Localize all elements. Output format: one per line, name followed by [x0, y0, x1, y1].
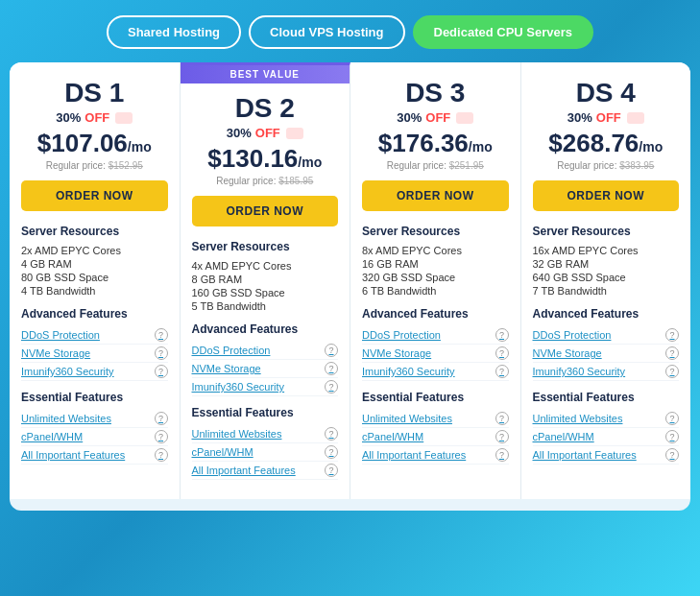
question-icon-ess-0-1[interactable]: ?	[155, 430, 168, 443]
question-icon-ess-1-1[interactable]: ?	[325, 445, 338, 459]
pricing-card-2: DS 3 30% OFF $176.36/moRegular price: $2…	[350, 62, 521, 499]
advanced-item-0-1[interactable]: NVMe Storage ?	[21, 345, 168, 363]
question-icon-adv-3-1[interactable]: ?	[665, 346, 679, 360]
resource-item-3-1: 32 GB RAM	[533, 257, 680, 271]
essential-item-2-2[interactable]: All Important Features ?	[362, 446, 509, 465]
resource-list-3: 16x AMD EPYC Cores32 GB RAM640 GB SSD Sp…	[533, 244, 680, 298]
question-icon-adv-1-1[interactable]: ?	[325, 362, 338, 375]
discount-pct-1: 30%	[227, 126, 252, 140]
regular-price-1: Regular price: $185.95	[192, 176, 339, 186]
essential-feat-name-1-2: All Important Features	[192, 465, 326, 476]
essential-item-0-0[interactable]: Unlimited Websites ?	[21, 410, 168, 428]
advanced-feat-name-0-2: Imunify360 Security	[21, 366, 155, 377]
question-icon-adv-1-0[interactable]: ?	[325, 344, 338, 357]
question-icon-ess-3-1[interactable]: ?	[665, 430, 679, 443]
question-icon-adv-3-0[interactable]: ?	[665, 328, 679, 342]
advanced-list-0: DDoS Protection ? NVMe Storage ? Imunify…	[21, 326, 168, 381]
resource-item-0-3: 4 TB Bandwidth	[21, 284, 168, 298]
nav-tab-2[interactable]: Dedicated CPU Servers	[413, 15, 594, 49]
question-icon-ess-0-2[interactable]: ?	[155, 448, 168, 462]
question-icon-adv-2-0[interactable]: ?	[495, 328, 509, 342]
question-icon-ess-3-2[interactable]: ?	[665, 448, 679, 462]
question-icon-adv-2-1[interactable]: ?	[495, 346, 509, 360]
regular-price-2: Regular price: $251.95	[362, 160, 509, 171]
resource-item-3-0: 16x AMD EPYC Cores	[533, 244, 680, 257]
advanced-item-3-1[interactable]: NVMe Storage ?	[533, 345, 680, 363]
order-button-2[interactable]: ORDER NOW	[362, 180, 509, 211]
question-icon-ess-2-1[interactable]: ?	[495, 430, 509, 443]
advanced-feat-name-3-1: NVMe Storage	[533, 347, 666, 359]
advanced-item-0-2[interactable]: Imunify360 Security ?	[21, 363, 168, 381]
question-icon-adv-1-2[interactable]: ?	[325, 380, 338, 393]
resource-item-2-0: 8x AMD EPYC Cores	[362, 244, 509, 257]
top-navigation: Shared HostingCloud VPS HostingDedicated…	[0, 0, 700, 62]
order-button-0[interactable]: ORDER NOW	[21, 180, 168, 211]
pricing-card-1: BEST VALUEDS 2 30% OFF $130.16/moRegular…	[181, 62, 351, 499]
question-icon-adv-0-1[interactable]: ?	[155, 346, 168, 360]
question-icon-adv-3-2[interactable]: ?	[665, 365, 679, 378]
question-icon-adv-0-0[interactable]: ?	[155, 328, 168, 342]
question-icon-ess-1-2[interactable]: ?	[325, 464, 338, 477]
essential-item-1-2[interactable]: All Important Features ?	[192, 462, 339, 480]
essential-item-0-1[interactable]: cPanel/WHM ?	[21, 428, 168, 446]
best-value-badge: BEST VALUE	[181, 65, 350, 83]
advanced-item-1-2[interactable]: Imunify360 Security ?	[192, 378, 339, 396]
resource-item-2-2: 320 GB SSD Space	[362, 271, 509, 284]
advanced-item-2-2[interactable]: Imunify360 Security ?	[362, 363, 509, 381]
resource-item-2-1: 16 GB RAM	[362, 257, 509, 271]
advanced-feat-name-1-1: NVMe Storage	[192, 363, 326, 374]
resource-item-0-1: 4 GB RAM	[21, 257, 168, 271]
question-icon-ess-1-0[interactable]: ?	[325, 427, 338, 441]
advanced-title-0: Advanced Features	[21, 307, 168, 321]
question-icon-adv-2-2[interactable]: ?	[495, 365, 509, 378]
advanced-feat-name-0-0: DDoS Protection	[21, 329, 155, 341]
card-title-1: DS 2	[192, 93, 339, 124]
question-icon-ess-3-0[interactable]: ?	[665, 412, 679, 425]
advanced-item-3-0[interactable]: DDoS Protection ?	[533, 326, 680, 345]
off-label-1: OFF	[255, 126, 280, 140]
discount-pct-2: 30%	[397, 110, 422, 125]
question-icon-adv-0-2[interactable]: ?	[155, 365, 168, 378]
regular-price-0: Regular price: $152.95	[21, 160, 168, 171]
essential-item-3-0[interactable]: Unlimited Websites ?	[533, 410, 680, 428]
advanced-item-0-0[interactable]: DDoS Protection ?	[21, 326, 168, 345]
advanced-item-1-1[interactable]: NVMe Storage ?	[192, 360, 339, 378]
nav-tab-1[interactable]: Cloud VPS Hosting	[249, 15, 404, 49]
advanced-item-1-0[interactable]: DDoS Protection ?	[192, 342, 339, 360]
pricing-cards-wrapper: DS 1 30% OFF $107.06/moRegular price: $1…	[10, 62, 690, 511]
discount-badge-0	[115, 112, 133, 124]
advanced-feat-name-2-1: NVMe Storage	[362, 347, 495, 359]
question-icon-ess-2-2[interactable]: ?	[495, 448, 509, 462]
essential-feat-name-2-0: Unlimited Websites	[362, 413, 495, 424]
resource-item-2-3: 6 TB Bandwidth	[362, 284, 509, 298]
order-button-3[interactable]: ORDER NOW	[533, 180, 680, 211]
essential-title-2: Essential Features	[362, 391, 509, 404]
question-icon-ess-2-0[interactable]: ?	[495, 412, 509, 425]
resource-item-1-3: 5 TB Bandwidth	[192, 299, 339, 313]
essential-item-2-0[interactable]: Unlimited Websites ?	[362, 410, 509, 428]
essential-item-0-2[interactable]: All Important Features ?	[21, 446, 168, 465]
resource-item-3-3: 7 TB Bandwidth	[533, 284, 680, 298]
essential-item-2-1[interactable]: cPanel/WHM ?	[362, 428, 509, 446]
essential-feat-name-0-0: Unlimited Websites	[21, 413, 155, 424]
resources-title-2: Server Resources	[362, 225, 509, 238]
order-button-1[interactable]: ORDER NOW	[192, 196, 339, 226]
card-title-0: DS 1	[21, 78, 168, 108]
essential-item-3-2[interactable]: All Important Features ?	[533, 446, 680, 465]
advanced-feat-name-2-0: DDoS Protection	[362, 329, 495, 341]
advanced-item-2-1[interactable]: NVMe Storage ?	[362, 345, 509, 363]
advanced-feat-name-1-0: DDoS Protection	[192, 345, 326, 356]
essential-item-3-1[interactable]: cPanel/WHM ?	[533, 428, 680, 446]
nav-tab-0[interactable]: Shared Hosting	[107, 15, 241, 49]
advanced-item-2-0[interactable]: DDoS Protection ?	[362, 326, 509, 345]
card-title-3: DS 4	[533, 78, 680, 108]
essential-item-1-0[interactable]: Unlimited Websites ?	[192, 425, 339, 443]
essential-title-3: Essential Features	[533, 391, 680, 404]
essential-feat-name-0-1: cPanel/WHM	[21, 431, 155, 442]
essential-feat-name-3-2: All Important Features	[533, 449, 666, 461]
essential-item-1-1[interactable]: cPanel/WHM ?	[192, 443, 339, 462]
advanced-item-3-2[interactable]: Imunify360 Security ?	[533, 363, 680, 381]
question-icon-ess-0-0[interactable]: ?	[155, 412, 168, 425]
advanced-list-2: DDoS Protection ? NVMe Storage ? Imunify…	[362, 326, 509, 381]
essential-feat-name-3-0: Unlimited Websites	[533, 413, 666, 424]
